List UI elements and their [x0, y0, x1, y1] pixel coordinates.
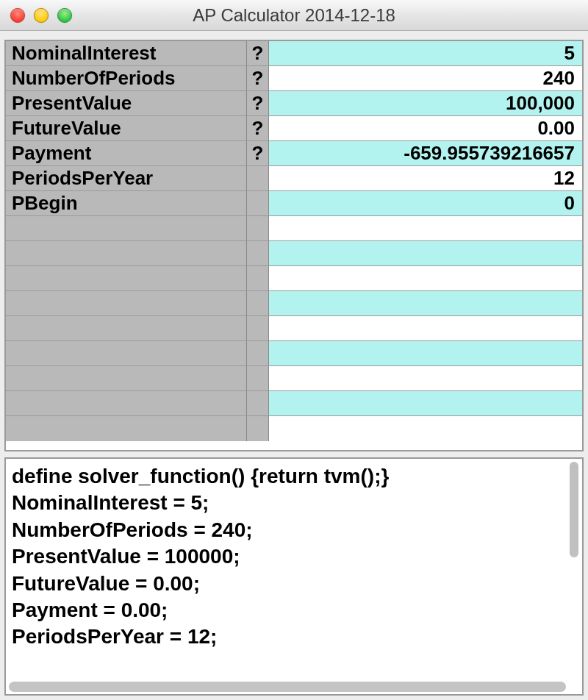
traffic-lights: [0, 8, 72, 23]
variable-value[interactable]: [269, 291, 582, 315]
scrollbar-thumb[interactable]: [9, 682, 566, 692]
window-titlebar: AP Calculator 2014-12-18: [0, 0, 588, 31]
horizontal-scrollbar[interactable]: [6, 679, 582, 694]
solve-button: [247, 366, 269, 390]
grid-row: [6, 266, 582, 291]
grid-row: [6, 316, 582, 341]
variable-label: NumberOfPeriods: [6, 66, 247, 90]
minimize-icon[interactable]: [34, 8, 49, 23]
solve-button[interactable]: ?: [247, 141, 269, 165]
variable-label: PBegin: [6, 191, 247, 215]
variable-label: [6, 416, 247, 441]
variable-value[interactable]: 100,000: [269, 91, 582, 115]
scrollbar-thumb[interactable]: [570, 462, 578, 557]
solve-button[interactable]: ?: [247, 91, 269, 115]
variable-value[interactable]: [269, 266, 582, 290]
solve-button: [247, 216, 269, 240]
grid-row: [6, 416, 582, 441]
variable-label: [6, 316, 247, 340]
variable-value[interactable]: -659.955739216657: [269, 141, 582, 165]
variable-value[interactable]: 0.00: [269, 116, 582, 140]
grid-row: PBegin0: [6, 191, 582, 216]
vertical-scrollbar[interactable]: [567, 460, 581, 676]
solve-button: [247, 166, 269, 190]
grid-row: NominalInterest?5: [6, 41, 582, 66]
variable-value[interactable]: 12: [269, 166, 582, 190]
variable-value[interactable]: [269, 316, 582, 340]
grid-row: PresentValue?100,000: [6, 91, 582, 116]
variables-grid: NominalInterest?5NumberOfPeriods?240Pres…: [4, 40, 584, 451]
variable-label: FutureValue: [6, 116, 247, 140]
variable-label: [6, 216, 247, 240]
grid-row: [6, 291, 582, 316]
solve-button: [247, 291, 269, 315]
solve-button: [247, 266, 269, 290]
grid-row: [6, 341, 582, 366]
variable-value[interactable]: [269, 216, 582, 240]
grid-row: NumberOfPeriods?240: [6, 66, 582, 91]
close-icon[interactable]: [10, 8, 25, 23]
solve-button[interactable]: ?: [247, 66, 269, 90]
variable-value[interactable]: 240: [269, 66, 582, 90]
variable-value[interactable]: [269, 366, 582, 390]
solve-button[interactable]: ?: [247, 41, 269, 65]
content-area: NominalInterest?5NumberOfPeriods?240Pres…: [0, 31, 588, 700]
window-title: AP Calculator 2014-12-18: [0, 5, 588, 26]
variable-label: PeriodsPerYear: [6, 166, 247, 190]
variable-label: [6, 366, 247, 390]
variable-label: PresentValue: [6, 91, 247, 115]
variable-label: Payment: [6, 141, 247, 165]
variable-label: NominalInterest: [6, 41, 247, 65]
solve-button: [247, 341, 269, 365]
grid-row: [6, 241, 582, 266]
grid-row: FutureValue?0.00: [6, 116, 582, 141]
variable-label: [6, 341, 247, 365]
variable-value[interactable]: [269, 341, 582, 365]
solve-button: [247, 191, 269, 215]
solve-button: [247, 241, 269, 265]
solve-button: [247, 391, 269, 415]
variable-value[interactable]: 0: [269, 191, 582, 215]
variable-label: [6, 291, 247, 315]
grid-row: [6, 391, 582, 416]
variable-value[interactable]: 5: [269, 41, 582, 65]
grid-row: Payment?-659.955739216657: [6, 141, 582, 166]
zoom-icon[interactable]: [57, 8, 72, 23]
code-editor-wrap: define solver_function() {return tvm();}…: [4, 457, 584, 696]
grid-row: [6, 366, 582, 391]
variable-value[interactable]: [269, 241, 582, 265]
solve-button: [247, 316, 269, 340]
solve-button[interactable]: ?: [247, 116, 269, 140]
solve-button: [247, 416, 269, 441]
variable-label: [6, 266, 247, 290]
grid-row: [6, 216, 582, 241]
grid-row: PeriodsPerYear12: [6, 166, 582, 191]
code-editor[interactable]: define solver_function() {return tvm();}…: [6, 459, 582, 679]
variable-value[interactable]: [269, 391, 582, 415]
variable-label: [6, 241, 247, 265]
variable-value[interactable]: [269, 416, 582, 441]
variable-label: [6, 391, 247, 415]
